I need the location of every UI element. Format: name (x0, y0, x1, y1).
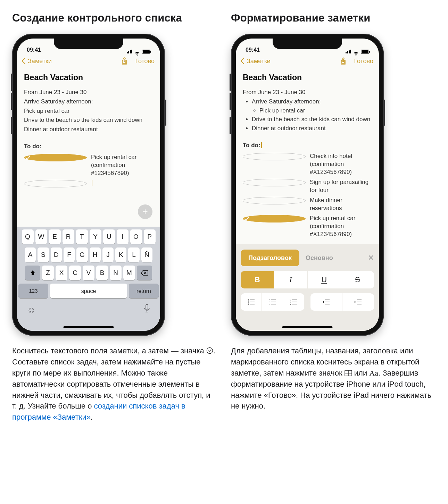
checklist-text: Sign up for parasailing for four (310, 178, 372, 194)
key-k[interactable]: K (115, 247, 126, 262)
key-c[interactable]: C (69, 266, 81, 280)
key-n[interactable]: N (110, 266, 122, 280)
checklist-item[interactable]: Make dinner reservations (243, 196, 372, 212)
svg-text:3: 3 (290, 303, 291, 305)
key-g[interactable]: G (76, 247, 88, 262)
bullet-list-button[interactable] (241, 293, 262, 311)
notch (273, 39, 342, 49)
key-q[interactable]: Q (22, 229, 34, 244)
checklist-inline-icon (206, 347, 213, 354)
back-button[interactable]: Заметки (23, 57, 52, 66)
key-enye[interactable]: Ñ (141, 247, 152, 262)
key-w[interactable]: W (35, 229, 47, 244)
chevron-left-icon (240, 58, 247, 64)
key-space[interactable]: space (50, 284, 127, 298)
key-backspace[interactable] (137, 266, 152, 280)
key-i[interactable]: I (117, 229, 128, 244)
key-y[interactable]: Y (90, 229, 101, 244)
checklist-item[interactable]: Pick up rental car (confirmation #123456… (24, 153, 153, 177)
indent-icon (354, 299, 362, 305)
checkbox-checked-icon[interactable] (24, 154, 87, 161)
key-v[interactable]: V (83, 266, 94, 280)
note-editor[interactable]: Beach Vacation From June 23 - June 30 Ar… (236, 68, 379, 244)
checkbox-empty-icon[interactable] (243, 153, 306, 160)
chevron-left-icon (22, 58, 28, 64)
key-r[interactable]: R (63, 229, 74, 244)
svg-point-3 (248, 301, 249, 302)
add-fab[interactable]: + (138, 204, 152, 219)
close-icon: ✕ (368, 253, 374, 262)
key-a[interactable]: A (25, 247, 36, 262)
bold-button[interactable]: B (241, 271, 274, 288)
nav-bar: Заметки Готово (236, 54, 379, 68)
italic-button[interactable]: I (274, 271, 307, 288)
key-x[interactable]: X (56, 266, 67, 280)
outdent-button[interactable] (310, 293, 342, 311)
key-u[interactable]: U (103, 229, 115, 244)
notch (54, 39, 123, 49)
share-icon[interactable] (121, 57, 127, 65)
checklist-item[interactable]: Check into hotel (confirmation #X1234567… (243, 152, 372, 176)
backspace-icon (141, 270, 148, 276)
battery-icon (361, 50, 369, 54)
key-p[interactable]: P (144, 229, 156, 244)
done-button[interactable]: Готово (354, 57, 373, 66)
numbered-list-icon: 123 (290, 299, 297, 305)
emoji-icon[interactable]: ☺ (27, 304, 36, 317)
key-123[interactable]: 123 (18, 284, 48, 298)
checklist-text: Pick up rental car (confirmation #X12345… (310, 215, 372, 238)
numbered-list-button[interactable]: 123 (283, 293, 304, 311)
key-return[interactable]: return (129, 284, 159, 298)
checkbox-checked-icon[interactable] (243, 215, 306, 222)
key-shift[interactable] (25, 266, 40, 280)
note-title: Beach Vacation (24, 72, 153, 83)
checkbox-empty-icon[interactable] (24, 180, 87, 187)
strike-button[interactable]: S (341, 271, 374, 288)
note-line: Pick up rental car (24, 107, 153, 116)
share-icon[interactable] (340, 57, 346, 65)
checkbox-empty-icon[interactable] (243, 179, 306, 186)
key-z[interactable]: Z (42, 266, 54, 280)
status-time: 09:41 (27, 46, 41, 54)
dash-list-button[interactable] (262, 293, 283, 311)
style-body-chip[interactable]: Основно (304, 250, 334, 266)
back-label: Заметки (28, 57, 52, 66)
back-label: Заметки (247, 57, 271, 66)
checklist-text: Pick up rental car (confirmation #123456… (91, 153, 153, 177)
checklist-item[interactable]: Sign up for parasailing for four (243, 178, 372, 194)
key-b[interactable]: B (96, 266, 108, 280)
home-indicator (64, 326, 114, 328)
style-subheading-chip[interactable]: Подзаголовок (241, 250, 299, 266)
key-e[interactable]: E (49, 229, 61, 244)
battery-icon (142, 50, 150, 54)
list-item: Drive to the beach so the kids can wind … (252, 115, 372, 124)
key-s[interactable]: S (38, 247, 49, 262)
key-o[interactable]: O (130, 229, 142, 244)
underline-button[interactable]: U (308, 271, 341, 288)
close-format-button[interactable]: ✕ (368, 252, 374, 263)
wifi-icon (353, 50, 359, 54)
key-f[interactable]: F (64, 247, 75, 262)
outdent-icon (322, 299, 330, 305)
svg-point-2 (248, 299, 249, 300)
mic-icon[interactable] (143, 304, 150, 317)
note-editor[interactable]: Beach Vacation From June 23 - June 30 Ar… (17, 68, 160, 227)
done-button[interactable]: Готово (135, 57, 155, 66)
checklist-item[interactable]: Pick up rental car (confirmation #X12345… (243, 215, 372, 238)
key-d[interactable]: D (51, 247, 62, 262)
wifi-icon (134, 50, 140, 54)
checklist-item-empty[interactable] (24, 179, 153, 187)
list-item: Dinner at outdoor restaurant (252, 124, 372, 133)
key-j[interactable]: J (102, 247, 114, 262)
key-l[interactable]: L (128, 247, 139, 262)
format-panel: Подзаголовок Основно ✕ B I U S (236, 244, 379, 331)
key-h[interactable]: H (90, 247, 101, 262)
indent-button[interactable] (342, 293, 374, 311)
back-button[interactable]: Заметки (241, 57, 271, 66)
list-item: Pick up rental car (259, 107, 372, 115)
status-time: 09:41 (246, 46, 260, 54)
plus-icon: + (142, 205, 148, 218)
checkbox-empty-icon[interactable] (243, 197, 306, 204)
key-m[interactable]: M (123, 266, 135, 280)
key-t[interactable]: T (76, 229, 88, 244)
